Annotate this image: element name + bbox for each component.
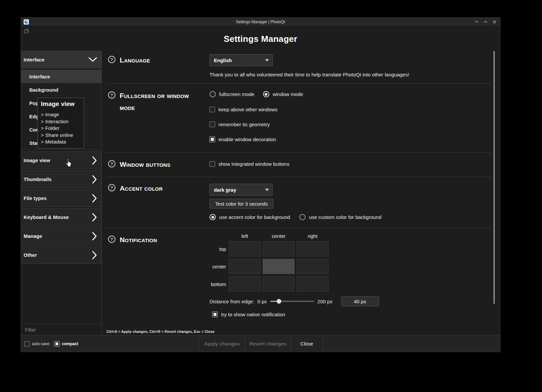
window-decoration-checkbox[interactable]: enable window decoration [209, 137, 491, 142]
tooltip-item-interaction: > Interaction [41, 118, 81, 125]
shortcut-hint: Ctrl+S = Apply changes, Ctrl+R = Revert … [106, 330, 491, 334]
help-icon[interactable]: ? [108, 91, 115, 99]
titlebar[interactable]: Settings Manager | PhotoQt [21, 18, 500, 26]
distance-value-button[interactable]: 40 px [341, 296, 379, 306]
window-controls [475, 20, 496, 24]
filter-row [21, 324, 101, 335]
maximize-icon[interactable] [484, 21, 487, 23]
distance-slider[interactable] [270, 301, 314, 302]
accent-background-radio[interactable]: use accent color for background [209, 214, 290, 220]
chevron-right-icon [92, 175, 97, 184]
sidebar-item-other[interactable]: Other [21, 246, 101, 264]
section-title-accent-color: Accent color [120, 182, 163, 194]
chevron-right-icon [92, 213, 97, 222]
photoqt-logo-icon [24, 19, 29, 25]
notif-cell-center-left[interactable] [229, 259, 261, 274]
notif-cell-center-center[interactable] [263, 259, 295, 274]
bottom-bar: auto-save compact Apply changes Revert c… [21, 335, 500, 352]
option-label: window mode [273, 91, 303, 97]
section-notification: ? Notification left center right top cen… [106, 228, 491, 321]
custom-background-radio[interactable]: use custom color for background [299, 214, 381, 220]
checkbox-checked-icon [212, 312, 218, 317]
close-icon[interactable] [493, 20, 496, 24]
option-label: try to show native notification [221, 312, 285, 317]
compact-checkbox[interactable]: compact [54, 341, 78, 346]
test-color-button[interactable]: Test color for 3 seconds [209, 199, 273, 209]
settings-window: Settings Manager | PhotoQt Settings Mana… [21, 17, 500, 352]
tooltip-item-share-online: > Share online [41, 132, 81, 139]
help-icon[interactable]: ? [108, 160, 115, 167]
chevron-right-icon [92, 251, 97, 259]
sidebar-subitem-interface[interactable]: Interface [21, 70, 101, 83]
section-title-notification: Notification [120, 234, 157, 246]
section-language: ? Language English Thank you to all who … [106, 51, 491, 84]
grid-row-label-center: center [209, 264, 227, 269]
image-view-tooltip: Image view > Image > Interaction > Folde… [38, 98, 84, 148]
sidebar-item-file-types[interactable]: File types [21, 189, 101, 207]
option-label: keep above other windows [218, 107, 278, 112]
tooltip-item-folder: > Folder [41, 125, 81, 132]
grid-col-label-left: left [229, 233, 261, 239]
remember-geometry-checkbox[interactable]: remember its geometry [209, 122, 491, 127]
notification-position-grid: left center right top center bottom [209, 233, 491, 292]
category-label: Manage [24, 233, 42, 239]
grid-row-label-bottom: bottom [209, 281, 227, 287]
sidebar-item-image-view[interactable]: Image view [21, 151, 101, 169]
notif-cell-top-right[interactable] [297, 241, 329, 256]
fullscreen-mode-radio[interactable]: fullscreen mode [209, 91, 254, 97]
mouse-cursor [64, 158, 72, 168]
sidebar-item-manage[interactable]: Manage [21, 227, 101, 245]
notif-cell-bottom-right[interactable] [297, 276, 329, 292]
chevron-right-icon [92, 232, 97, 241]
auto-save-checkbox[interactable]: auto-save [24, 341, 50, 346]
language-dropdown[interactable]: English [209, 54, 273, 66]
help-icon[interactable]: ? [108, 236, 115, 243]
notif-cell-bottom-left[interactable] [229, 276, 261, 292]
distance-row: Distance from edge: 0 px 200 px 40 px [209, 296, 491, 306]
tooltip-title: Image view [41, 100, 81, 108]
distance-max-label: 200 px [318, 299, 333, 304]
category-label: Image view [24, 157, 50, 163]
help-icon[interactable]: ? [108, 184, 115, 191]
apply-changes-button[interactable]: Apply changes [199, 336, 245, 352]
revert-changes-button[interactable]: Revert changes [245, 336, 291, 352]
accent-color-dropdown[interactable]: dark gray [209, 184, 273, 196]
content-scrollbar[interactable] [493, 51, 495, 304]
minimize-icon[interactable] [475, 21, 478, 23]
notif-cell-center-right[interactable] [297, 259, 329, 274]
language-dropdown-value: English [214, 57, 232, 63]
help-icon[interactable]: ? [108, 56, 115, 63]
integrated-window-buttons-checkbox[interactable]: show integrated window buttons [209, 161, 491, 167]
grid-col-label-right: right [297, 233, 329, 239]
section-title-window-buttons: Window buttons [120, 158, 170, 170]
main-body: Interface Interface Background Popout Ed… [21, 51, 500, 335]
radio-selected-icon [263, 91, 269, 97]
sidebar-item-keyboard-mouse[interactable]: Keyboard & Mouse [21, 208, 101, 226]
checkbox-icon [209, 122, 215, 127]
detach-window-icon[interactable] [24, 29, 29, 35]
slider-handle[interactable] [277, 299, 281, 304]
window-mode-radio[interactable]: window mode [263, 91, 303, 97]
keep-above-checkbox[interactable]: keep above other windows [209, 107, 491, 112]
section-title-mode: Fullscreen or window mode [120, 90, 203, 113]
dropdown-arrow-icon [265, 59, 269, 61]
accent-color-dropdown-value: dark gray [214, 187, 236, 193]
section-fullscreen-window-mode: ? Fullscreen or window mode fullscreen m… [106, 84, 491, 152]
close-button[interactable]: Close [291, 336, 323, 352]
sidebar-subitem-background[interactable]: Background [21, 83, 101, 96]
notif-cell-top-center[interactable] [263, 241, 295, 256]
category-label: Other [24, 252, 37, 258]
category-label: File types [24, 195, 47, 201]
option-label: remember its geometry [218, 122, 270, 127]
checkbox-icon [24, 341, 30, 346]
sidebar-item-interface[interactable]: Interface [21, 51, 101, 68]
filter-input[interactable] [24, 327, 98, 333]
option-label: enable window decoration [218, 137, 276, 142]
dropdown-arrow-icon [265, 189, 269, 191]
notif-cell-bottom-center[interactable] [263, 276, 295, 292]
checkbox-icon [209, 161, 215, 167]
native-notification-checkbox[interactable]: try to show native notification [209, 312, 491, 317]
sidebar-item-thumbnails[interactable]: Thumbnails [21, 170, 101, 188]
notif-cell-top-left[interactable] [229, 241, 261, 256]
radio-icon [299, 214, 306, 220]
